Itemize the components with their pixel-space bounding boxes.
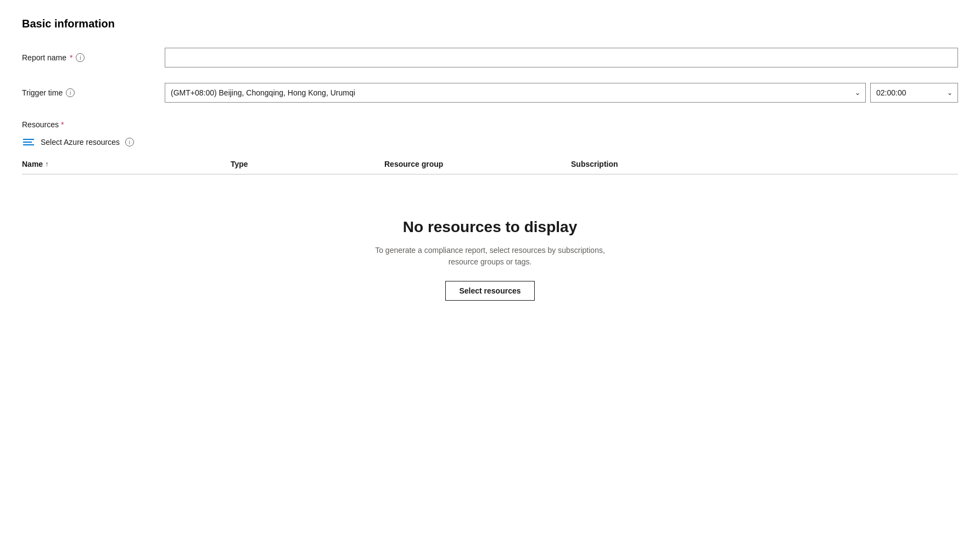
empty-state-title: No resources to display [403,218,577,236]
report-name-label: Report name * i [22,53,165,62]
select-azure-text: Select Azure resources [41,138,120,146]
empty-state: No resources to display To generate a co… [22,174,958,345]
empty-state-description: To generate a compliance report, select … [364,245,617,268]
basic-info-form: Report name * i Trigger time i (GMT+08:0… [22,48,958,345]
report-name-row: Report name * i [22,48,958,67]
trigger-time-row: Trigger time i (GMT+08:00) Beijing, Chon… [22,83,958,103]
time-select-wrapper: 02:00:00 ⌄ [870,83,958,103]
timezone-select[interactable]: (GMT+08:00) Beijing, Chongqing, Hong Kon… [165,83,866,103]
column-subscription: Subscription [571,160,958,168]
resources-section: Resources * Select Azure resources i Nam… [22,120,958,345]
name-sort-arrow: ↑ [45,160,48,168]
table-header: Name ↑ Type Resource group Subscription [22,160,958,174]
trigger-time-label: Trigger time i [22,88,165,97]
select-azure-resources-row[interactable]: Select Azure resources i [22,138,958,146]
page-title: Basic information [22,18,958,30]
select-azure-info-icon[interactable]: i [125,138,134,146]
report-name-info-icon[interactable]: i [76,53,85,62]
column-name[interactable]: Name ↑ [22,160,231,168]
report-name-input[interactable] [165,48,958,67]
trigger-time-inputs: (GMT+08:00) Beijing, Chongqing, Hong Kon… [165,83,958,103]
select-resources-button[interactable]: Select resources [445,281,534,301]
page-container: Basic information Report name * i Trigge… [22,18,958,345]
column-resource-group: Resource group [384,160,571,168]
trigger-time-info-icon[interactable]: i [66,88,75,97]
timezone-select-wrapper: (GMT+08:00) Beijing, Chongqing, Hong Kon… [165,83,866,103]
column-type: Type [231,160,384,168]
azure-list-icon [22,138,35,146]
resources-label: Resources * [22,120,958,129]
time-select[interactable]: 02:00:00 [870,83,958,103]
